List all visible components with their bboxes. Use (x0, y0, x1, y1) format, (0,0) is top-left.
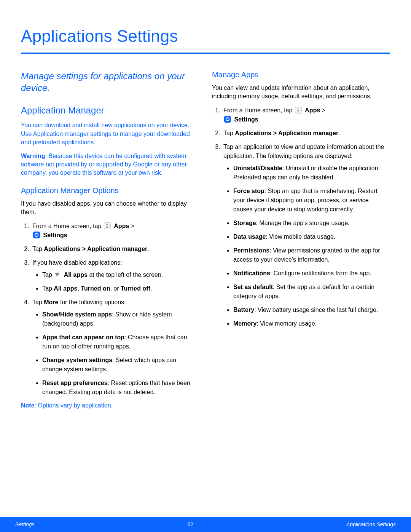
page-footer: Settings 62 Applications Settings (0, 517, 411, 532)
gt: > (129, 223, 134, 229)
note-text: : Options vary by application. (35, 402, 113, 409)
o3a: Storage (233, 220, 256, 226)
b2b: All apps (54, 285, 77, 292)
subsection-options: Application Manager Options (21, 186, 196, 195)
mo-reset: Reset app preferences: Reset options tha… (42, 379, 196, 397)
apps-icon (295, 107, 302, 113)
step3-text: If you have disabled applications: (32, 259, 122, 266)
document-page: Applications Settings Manage settings fo… (0, 0, 411, 532)
s4c: for the following options: (58, 299, 126, 305)
b1c: at the top left of the screen. (88, 272, 163, 278)
note-label: Note (21, 402, 35, 409)
content-columns: Manage settings for applications on your… (21, 70, 390, 409)
o6a: Notifications (233, 270, 270, 276)
r-step-2: Tap Applications > Application manager. (222, 129, 387, 138)
footer-right: Applications Settings (346, 521, 396, 527)
mo-change: Change system settings: Select which app… (42, 356, 196, 374)
page-title: Applications Settings (21, 27, 390, 53)
footer-left: Settings (15, 521, 35, 527)
o7a: Set as default (233, 284, 273, 290)
r3text: Tap an application to view and update in… (223, 144, 384, 159)
step3-bullets: Tap All apps at the top left of the scre… (32, 270, 196, 293)
left-column: Manage settings for applications on your… (21, 70, 196, 409)
b1a: Tap (42, 272, 54, 278)
dropdown-icon (54, 273, 61, 277)
manage-apps-desc: You can view and update information abou… (212, 84, 387, 101)
o4a: Data usage (233, 233, 266, 240)
settings-icon (224, 116, 231, 123)
period2: . (147, 246, 149, 252)
r-period: . (258, 116, 260, 123)
b2f: Turned off (121, 285, 150, 292)
o2a: Force stop (233, 188, 264, 194)
apps-label: Apps (114, 223, 129, 229)
r-step-3: Tap an application to view and update in… (222, 142, 387, 328)
o1a: Uninstall/Disable (233, 165, 282, 171)
settings-icon (33, 232, 40, 238)
step1-text-a: From a Home screen, tap (32, 223, 103, 229)
s4a: Tap (32, 299, 44, 305)
apps-icon (104, 222, 111, 229)
section-app-manager: Application Manager (21, 105, 196, 116)
mo-ontop: Apps that can appear on top: Choose apps… (42, 333, 196, 351)
s4b: More (44, 299, 58, 305)
r2p: . (338, 130, 340, 136)
o5a: Permissions (233, 247, 269, 254)
o8a: Battery (233, 307, 254, 313)
m2a: Apps that can appear on top (42, 334, 124, 340)
o8b: : View battery usage since the last full… (254, 307, 378, 313)
r-gt: > (320, 107, 325, 113)
step-4: Tap More for the following options: Show… (31, 298, 196, 397)
step-2: Tap Applications > Application manager. (31, 244, 196, 254)
period: . (67, 232, 69, 238)
opt-default: Set as default: Set the app as a default… (233, 283, 387, 301)
more-options-bullets: Show/Hide system apps: Show or hide syst… (32, 310, 196, 397)
warning-text: : Because this device can be configured … (21, 153, 187, 176)
opt-permissions: Permissions: View permissions granted to… (233, 246, 387, 264)
opt-forcestop: Force stop: Stop an app that is misbehav… (233, 187, 387, 214)
step-1: From a Home screen, tap Apps > Settings. (31, 222, 196, 240)
b1b: All apps (64, 272, 88, 278)
opt-data: Data usage: View mobile data usage. (233, 232, 387, 241)
footer-page-number: 62 (188, 521, 194, 527)
o4b: : View mobile data usage. (266, 233, 335, 240)
b2p: . (150, 285, 152, 292)
opt-uninstall: Uninstall/Disable: Uninstall or disable … (233, 164, 387, 182)
m4a: Reset app preferences (42, 380, 108, 386)
title-divider (21, 53, 390, 54)
m1a: Show/Hide system apps (42, 311, 112, 318)
warning-paragraph: Warning: Because this device can be conf… (21, 152, 196, 177)
b2d: Turned on (81, 285, 110, 292)
options-steps: From a Home screen, tap Apps > Settings.… (21, 222, 196, 397)
intro-text: Manage settings for applications on your… (21, 70, 196, 94)
bullet-turned: Tap All apps, Turned on, or Turned off. (42, 284, 196, 293)
b2e: , or (110, 285, 121, 292)
opt-notifications: Notifications: Configure notifications f… (233, 269, 387, 278)
opt-storage: Storage: Manage the app's storage usage. (233, 219, 387, 228)
m3a: Change system settings (42, 357, 112, 363)
note-line: Note: Options vary by application. (21, 402, 196, 409)
app-manager-desc: You can download and install new applica… (21, 121, 196, 146)
o3b: : Manage the app's storage usage. (256, 220, 350, 226)
b2a: Tap (42, 285, 54, 292)
step2b: Applications > Application manager (44, 246, 147, 252)
r-step-1: From a Home screen, tap Apps > Settings. (222, 106, 387, 124)
bullet-allapps: Tap All apps at the top left of the scre… (42, 270, 196, 280)
o9a: Memory (233, 320, 256, 327)
settings-label: Settings (43, 232, 67, 238)
opt-memory: Memory: View memory usage. (233, 319, 387, 328)
r-apps: Apps (305, 107, 320, 113)
r2a: Tap (223, 130, 235, 136)
manage-apps-steps: From a Home screen, tap Apps > Settings.… (212, 106, 387, 328)
step2a: Tap (32, 246, 44, 252)
options-desc: If you have disabled apps, you can choos… (21, 200, 196, 216)
right-column: Manage Apps You can view and update info… (212, 70, 387, 409)
mo-showhide: Show/Hide system apps: Show or hide syst… (42, 310, 196, 328)
o6b: : Configure notifications from the app. (270, 270, 371, 276)
warning-label: Warning (21, 153, 45, 159)
r1a: From a Home screen, tap (223, 107, 294, 113)
r2b: Applications > Application manager (235, 130, 338, 136)
app-options-bullets: Uninstall/Disable: Uninstall or disable … (223, 164, 387, 328)
opt-battery: Battery: View battery usage since the la… (233, 305, 387, 315)
subsection-manage-apps: Manage Apps (212, 70, 387, 79)
